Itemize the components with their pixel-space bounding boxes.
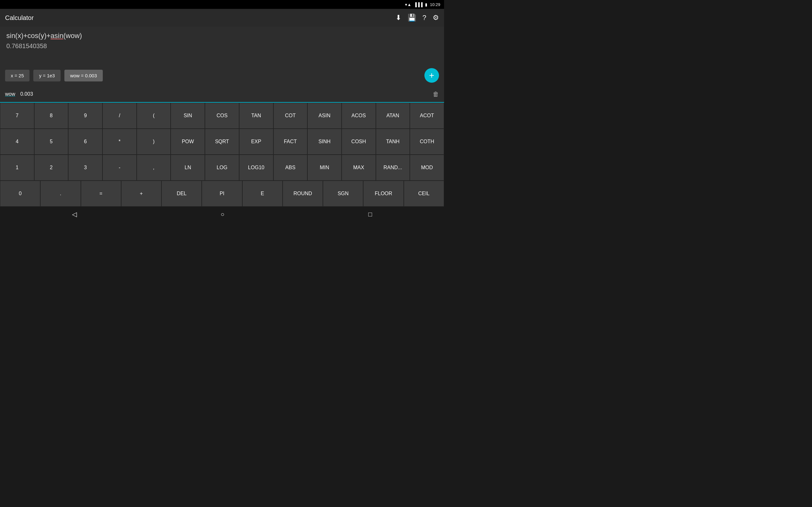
- recent-icon[interactable]: □: [368, 211, 372, 218]
- key-8[interactable]: 8: [34, 103, 68, 129]
- key-row-4: 0 . = + DEL PI E ROUND SGN FLOOR CEIL: [0, 181, 444, 207]
- key-sgn[interactable]: SGN: [323, 181, 363, 207]
- key-e[interactable]: E: [242, 181, 283, 207]
- key-4[interactable]: 4: [0, 129, 34, 155]
- save-icon[interactable]: 💾: [408, 14, 416, 22]
- key-acot[interactable]: ACOT: [410, 103, 444, 129]
- key-max[interactable]: MAX: [342, 155, 376, 181]
- key-row-3: 1 2 3 - , LN LOG LOG10 ABS MIN MAX RAND.…: [0, 155, 444, 181]
- download-icon[interactable]: ⬇: [396, 14, 401, 22]
- key-row-2: 4 5 6 * ) POW SQRT EXP FACT SINH COSH TA…: [0, 129, 444, 155]
- key-close-paren[interactable]: ): [137, 129, 171, 155]
- var-button-x[interactable]: x = 25: [5, 70, 30, 81]
- var-value[interactable]: 0.003: [20, 91, 427, 97]
- key-1[interactable]: 1: [0, 155, 34, 181]
- key-plus[interactable]: +: [121, 181, 161, 207]
- app-title: Calculator: [5, 14, 389, 21]
- status-time: 10:29: [430, 2, 440, 7]
- nav-bar: ◁ ○ □: [0, 207, 444, 222]
- key-round[interactable]: ROUND: [283, 181, 323, 207]
- key-5[interactable]: 5: [34, 129, 68, 155]
- key-0[interactable]: 0: [0, 181, 40, 207]
- key-cosh[interactable]: COSH: [342, 129, 376, 155]
- back-icon[interactable]: ◁: [72, 210, 77, 218]
- key-open-paren[interactable]: (: [137, 103, 171, 129]
- key-fact[interactable]: FACT: [273, 129, 308, 155]
- key-mod[interactable]: MOD: [410, 155, 444, 181]
- key-cot[interactable]: COT: [273, 103, 308, 129]
- key-tanh[interactable]: TANH: [376, 129, 410, 155]
- battery-icon: ▮: [425, 2, 427, 7]
- key-rand[interactable]: RAND...: [376, 155, 410, 181]
- key-pi[interactable]: PI: [202, 181, 242, 207]
- key-pow[interactable]: POW: [171, 129, 205, 155]
- key-atan[interactable]: ATAN: [376, 103, 410, 129]
- key-coth[interactable]: COTH: [410, 129, 444, 155]
- key-ln[interactable]: LN: [171, 155, 205, 181]
- var-name: wow: [5, 91, 15, 97]
- key-minus[interactable]: -: [102, 155, 137, 181]
- key-exp[interactable]: EXP: [239, 129, 273, 155]
- app-bar: Calculator ⬇ 💾 ? ⚙: [0, 9, 444, 26]
- delete-icon[interactable]: 🗑: [433, 91, 439, 98]
- var-input-row: wow 0.003 🗑: [0, 86, 444, 103]
- key-dot[interactable]: .: [40, 181, 81, 207]
- key-min[interactable]: MIN: [307, 155, 342, 181]
- var-button-wow[interactable]: wow = 0.003: [64, 70, 103, 81]
- help-icon[interactable]: ?: [422, 14, 426, 22]
- key-equals[interactable]: =: [81, 181, 121, 207]
- key-comma[interactable]: ,: [137, 155, 171, 181]
- key-6[interactable]: 6: [68, 129, 102, 155]
- key-7[interactable]: 7: [0, 103, 34, 129]
- key-sin[interactable]: SIN: [171, 103, 205, 129]
- home-icon[interactable]: ○: [220, 211, 224, 218]
- key-abs[interactable]: ABS: [273, 155, 308, 181]
- key-asin[interactable]: ASIN: [307, 103, 342, 129]
- key-3[interactable]: 3: [68, 155, 102, 181]
- key-acos[interactable]: ACOS: [342, 103, 376, 129]
- var-button-y[interactable]: y = 1e3: [33, 70, 61, 81]
- keyboard: 7 8 9 / ( SIN COS TAN COT ASIN ACOS ATAN…: [0, 103, 444, 207]
- settings-icon[interactable]: ⚙: [433, 14, 439, 22]
- key-log[interactable]: LOG: [205, 155, 239, 181]
- key-sinh[interactable]: SINH: [307, 129, 342, 155]
- key-2[interactable]: 2: [34, 155, 68, 181]
- key-row-1: 7 8 9 / ( SIN COS TAN COT ASIN ACOS ATAN…: [0, 103, 444, 129]
- status-bar: ▾▲ ▐▐▐ ▮ 10:29: [0, 0, 444, 9]
- expression-underlined: asin: [50, 32, 63, 40]
- key-del[interactable]: DEL: [161, 181, 202, 207]
- key-cos[interactable]: COS: [205, 103, 239, 129]
- key-tan[interactable]: TAN: [239, 103, 273, 129]
- key-floor[interactable]: FLOOR: [363, 181, 403, 207]
- result: 0.7681540358: [6, 43, 438, 50]
- key-divide[interactable]: /: [102, 103, 137, 129]
- key-log10[interactable]: LOG10: [239, 155, 273, 181]
- signal-icon: ▐▐▐: [414, 2, 423, 7]
- variable-strip: x = 25 y = 1e3 wow = 0.003 +: [0, 65, 444, 86]
- expression: sin(x)+cos(y)+asin(wow): [6, 32, 438, 40]
- key-ceil[interactable]: CEIL: [404, 181, 444, 207]
- key-multiply[interactable]: *: [102, 129, 137, 155]
- key-9[interactable]: 9: [68, 103, 102, 129]
- wifi-icon: ▾▲: [405, 2, 411, 7]
- key-sqrt[interactable]: SQRT: [205, 129, 239, 155]
- add-var-button[interactable]: +: [424, 68, 439, 83]
- display-area: sin(x)+cos(y)+asin(wow) 0.7681540358: [0, 26, 444, 65]
